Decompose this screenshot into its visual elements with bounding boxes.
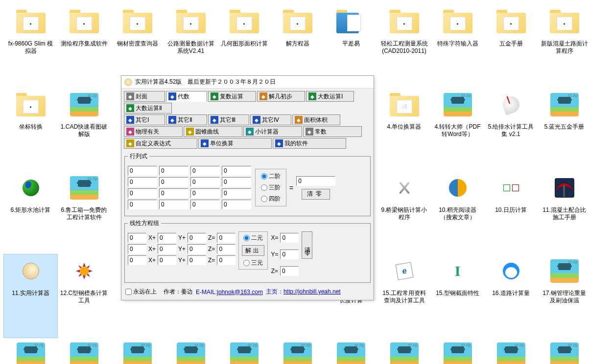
tab-大数运算Ⅱ[interactable]: ◆大数运算Ⅱ <box>124 103 172 114</box>
matrix-cell[interactable] <box>222 177 251 187</box>
desktop-icon[interactable]: 52 Zip <box>431 338 484 364</box>
radio-2[interactable]: 二阶 <box>261 172 281 181</box>
solve-button[interactable]: 解出 <box>242 245 264 256</box>
radio-4[interactable]: 四阶 <box>261 195 281 203</box>
matrix-cell[interactable] <box>222 188 251 198</box>
coef-input[interactable] <box>128 233 146 243</box>
tab-自定义表达式[interactable]: ◆自定义表达式 <box>124 138 197 149</box>
rhs-input[interactable] <box>217 244 236 254</box>
matrix-cell[interactable] <box>128 177 157 187</box>
matrix-cell[interactable] <box>190 200 220 209</box>
tab-小计算器[interactable]: ◆小计算器 <box>243 126 302 137</box>
matrix-cell[interactable] <box>159 166 188 176</box>
tab-代数[interactable]: ◆代数 <box>166 91 207 102</box>
matrix-cell[interactable] <box>128 166 157 176</box>
desktop-icon[interactable]: 52 Zip <box>164 338 217 364</box>
matrix-cell[interactable] <box>222 200 251 209</box>
desktop-icon[interactable]: ▪新版混凝土路面计算程序 <box>538 5 589 88</box>
desktop-icon[interactable]: 52 Zip1.CAD快速看图破解版 <box>57 88 111 171</box>
tab-我的软件[interactable]: ◆我的软件 <box>273 138 346 149</box>
matrix-cell[interactable] <box>128 188 157 198</box>
matrix-cell[interactable] <box>159 200 188 209</box>
tab-面积体积[interactable]: ◆面积体积 <box>292 114 340 125</box>
desktop-icon[interactable]: 52 Zip17.钢管理论重量及刷油保温 <box>538 254 589 338</box>
z-result[interactable] <box>280 266 299 276</box>
matrix-cell[interactable] <box>190 188 220 198</box>
radio-3v[interactable]: 三元 <box>243 259 263 267</box>
coef-input[interactable] <box>158 244 176 254</box>
tab-其它Ⅱ[interactable]: ◆其它Ⅱ <box>166 114 207 125</box>
tab-复数运算[interactable]: ◆复数运算 <box>208 91 256 102</box>
desktop-icon[interactable]: 15.工程常用资料查询及计算工具 <box>377 254 431 338</box>
desktop-icon[interactable]: 6.矩形水池计算 <box>4 171 57 254</box>
matrix-cell[interactable] <box>190 166 220 176</box>
result-input[interactable] <box>296 176 335 186</box>
tab-圆锥曲线[interactable]: ◆圆锥曲线 <box>184 126 242 137</box>
tab-常数[interactable]: ◆常数 <box>303 126 362 137</box>
desktop-icon[interactable]: 📄4.单位换算器 <box>377 88 431 171</box>
desktop-icon[interactable]: 11.实用计算器 <box>4 254 57 338</box>
coef-input[interactable] <box>188 255 206 265</box>
tab-解几初步[interactable]: ◆解几初步 <box>257 91 305 102</box>
desktop-icon[interactable]: 10.日历计算 <box>484 171 538 254</box>
desktop-icon[interactable]: 52 Zip <box>324 338 377 364</box>
desktop-icon[interactable]: 52 Zip6.鲁工箱—免费的工程计算软件 <box>57 171 111 254</box>
desktop-icon[interactable]: ▪坐标转换 <box>4 88 57 171</box>
desktop-icon[interactable]: ▪轻松工程测量系统(CAD2010-2011) <box>377 5 431 88</box>
desktop-icon[interactable]: 10.稻壳阅读器（搜索文章） <box>431 171 484 254</box>
matrix-cell[interactable] <box>159 188 188 198</box>
matrix-cell[interactable] <box>128 200 157 209</box>
tab-其它Ⅳ[interactable]: ◆其它Ⅳ <box>250 114 291 125</box>
desktop-icon[interactable]: 52 Zip4.转转大师（PDF转Word等） <box>431 88 484 171</box>
tab-物理有关[interactable]: ◆物理有关 <box>124 126 183 137</box>
desktop-icon[interactable]: ▪fx-9860G Slim 模拟器 <box>4 5 57 88</box>
desktop-icon[interactable]: 52 Zip5.蓝光五金手册 <box>538 88 589 171</box>
desktop-icon[interactable]: 11.混凝土配合比施工手册 <box>538 171 589 254</box>
always-on-top[interactable]: 永远在上 <box>125 288 157 296</box>
rhs-input[interactable] <box>217 255 236 265</box>
desktop-icon[interactable]: 52 Zip <box>484 338 538 364</box>
desktop-icon[interactable]: ▪五金手册 <box>484 5 538 88</box>
tab-其它Ⅲ[interactable]: ◆其它Ⅲ <box>208 114 249 125</box>
radio-3[interactable]: 三阶 <box>261 183 281 192</box>
x-result[interactable] <box>280 233 299 243</box>
clear-linear-button[interactable]: 清零 <box>302 231 312 259</box>
coef-input[interactable] <box>128 255 146 265</box>
matrix-cell[interactable] <box>159 177 188 187</box>
desktop-icon[interactable]: ▪测绘程序集成软件 <box>57 5 111 88</box>
desktop-icon[interactable]: 9.桥梁钢筋计算小程序 <box>377 171 431 254</box>
desktop-icon[interactable]: 52 Zip <box>538 338 589 364</box>
matrix-cell[interactable] <box>222 166 251 176</box>
clear-button[interactable]: 清零 <box>302 189 330 200</box>
radio-2v[interactable]: 二元 <box>243 234 263 242</box>
coef-input[interactable] <box>188 233 206 243</box>
title-text: 实用计算器4.52版 最后更新于２００３年８月２０日 <box>135 78 276 86</box>
rhs-input[interactable] <box>217 233 236 243</box>
desktop-icon[interactable]: ▪特殊字符输入器 <box>431 5 484 88</box>
desktop-icon[interactable]: 52 Zip <box>217 338 271 364</box>
y-result[interactable] <box>280 250 299 259</box>
tab-icon: ◆ <box>186 128 194 136</box>
desktop-icon[interactable]: 5.给排水计算工具集 v2.1 <box>484 88 538 171</box>
svg-marker-5 <box>87 273 90 277</box>
coef-input[interactable] <box>188 244 206 254</box>
desktop-icon[interactable]: I15.型钢截面特性 <box>431 254 484 338</box>
desktop-icon[interactable]: 52 Zip <box>111 338 164 364</box>
desktop-icon[interactable]: 52 Zip <box>271 338 324 364</box>
tab-大数运算Ⅰ[interactable]: ◆大数运算Ⅰ <box>306 91 354 102</box>
desktop-icon[interactable]: 52 Zip <box>377 338 431 364</box>
tab-封面[interactable]: ◆封面 <box>124 91 165 102</box>
home-link[interactable]: http://johnbill.yeah.net <box>283 288 341 295</box>
tab-单位换算[interactable]: ◆单位换算 <box>198 138 272 149</box>
email-link[interactable]: johnok@163.com <box>217 289 263 296</box>
desktop-icon[interactable]: 52 Zip <box>4 338 57 364</box>
desktop-icon[interactable]: 52 Zip <box>57 338 111 364</box>
coef-input[interactable] <box>158 233 176 243</box>
tab-其它Ⅰ[interactable]: ◆其它Ⅰ <box>124 114 165 125</box>
desktop-icon[interactable]: 12.C型钢檩条计算工具 <box>57 254 111 338</box>
coef-input[interactable] <box>128 244 146 254</box>
matrix-cell[interactable] <box>190 177 220 187</box>
titlebar[interactable]: 实用计算器4.52版 最后更新于２００３年８月２０日 <box>121 76 374 89</box>
desktop-icon[interactable]: 16.道路计算量 <box>484 254 538 338</box>
coef-input[interactable] <box>158 255 176 265</box>
